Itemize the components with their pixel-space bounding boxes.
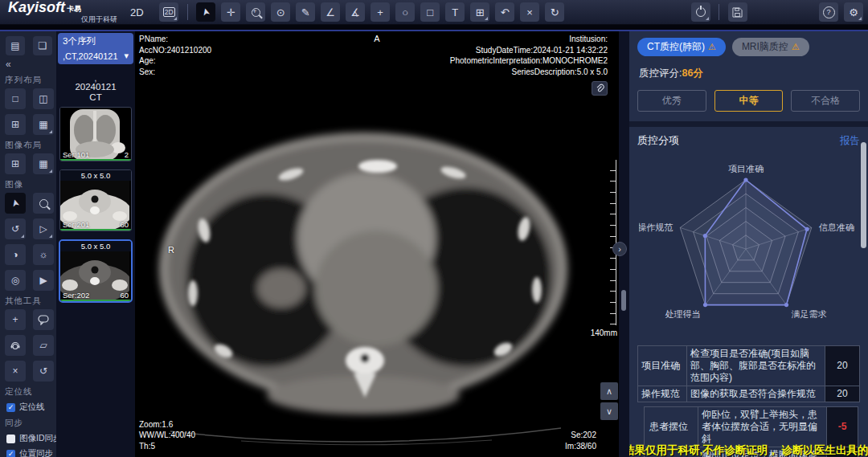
svg-text:满足需求: 满足需求 <box>792 309 827 319</box>
grid-layout-button[interactable]: ⊞ <box>470 2 489 22</box>
undo-icon: ↶ <box>501 6 510 18</box>
grade-excellent-button[interactable]: 优秀 <box>637 90 706 112</box>
scroll-up-button[interactable]: ∧ <box>600 382 618 400</box>
invert-button[interactable]: ◑ <box>5 244 26 265</box>
app-window: Kayisoft卡易 仅用于科研 2D 2D ➤ ✛ ⊙ ✎ ∠ ∡ + ○ □… <box>0 0 868 457</box>
qc-tabs: CT质控(肺部) ⚠ MRI脑质控 ⚠ <box>637 38 860 56</box>
section-title-image: 图像 <box>5 179 52 190</box>
checkbox[interactable] <box>6 435 15 443</box>
image-rotate-flip-button[interactable]: ↺ <box>5 218 26 239</box>
scroll-down-button[interactable]: ∨ <box>600 402 618 420</box>
grade-fail-button[interactable]: 不合格 <box>791 90 860 112</box>
play-icon: ▶ <box>39 275 47 286</box>
assistant-button[interactable] <box>5 335 26 356</box>
cine-play-button[interactable]: ▷ <box>33 218 54 239</box>
image-layout-3x3-button[interactable]: ▦ <box>33 153 54 174</box>
viewer-scrollbar-thumb[interactable] <box>621 290 626 311</box>
target-icon: ◎ <box>11 275 19 286</box>
table-row: 操作规范 图像的获取是否符合操作规范 20 <box>638 386 860 402</box>
image-layout-2x2-button[interactable]: ⊞ <box>5 153 26 174</box>
qc-score: 质控评分:86分 <box>639 67 860 80</box>
series-thumbnail-201[interactable]: 5.0 x 5.0 Ser:20160 <box>59 169 132 231</box>
probe-tool-button[interactable]: ⊙ <box>271 2 290 22</box>
cobb-angle-tool-button[interactable]: ∡ <box>346 2 365 22</box>
row-score: 20 <box>825 346 860 386</box>
tab-label: CT质控(肺部) <box>647 40 705 54</box>
tab-mri-brain-qc[interactable]: MRI脑质控 ⚠ <box>732 38 809 56</box>
attachment-button[interactable] <box>592 81 608 96</box>
qc-subsection-title: 质控分项 <box>637 133 679 148</box>
layout-3x3-icon: ▦ <box>39 119 47 130</box>
penalty-score: -5 <box>838 421 847 432</box>
image-cursor-button[interactable]: ➤ <box>5 193 26 214</box>
study-select[interactable]: ,CT,20240121 ▾ <box>63 51 129 61</box>
image-viewport[interactable]: PName: AccNO:2401210200 Age: Sex: Instit… <box>135 31 619 457</box>
angle-tool-button[interactable]: ∠ <box>321 2 340 22</box>
ellipse-tool-button[interactable]: ○ <box>395 2 415 22</box>
table-row: 患者摆位 仰卧位，双臂上举抱头，患者体位摆放合适，无明显偏斜 -5 <box>645 407 858 447</box>
checkbox[interactable]: ✓ <box>6 403 15 412</box>
layout-2d-button[interactable]: 2D <box>159 2 178 22</box>
series-thumbnail-panel: 3个序列 ,CT,20240121 ▾ , 20240121 CT <box>56 31 135 457</box>
undo-button[interactable]: ↶ <box>495 2 514 22</box>
annotation-comment-button[interactable] <box>33 309 54 330</box>
save-button[interactable] <box>728 2 747 22</box>
brightness-button[interactable]: ☼ <box>33 244 54 265</box>
point-tool-button[interactable]: + <box>371 2 390 22</box>
series-layout-2x2-button[interactable]: ⊞ <box>5 114 26 135</box>
ellipse-icon: ○ <box>402 6 408 18</box>
panel-expand-handle[interactable]: › <box>612 242 627 256</box>
text-tool-button[interactable]: T <box>445 2 465 22</box>
power-button[interactable] <box>691 2 710 22</box>
floppy-icon <box>732 7 743 18</box>
image-magnify-button[interactable] <box>33 193 54 214</box>
series-list-button[interactable]: ▤ <box>6 36 25 55</box>
tab-ct-lung-qc[interactable]: CT质控(肺部) ⚠ <box>637 38 726 56</box>
pan-tool-button[interactable]: ✛ <box>221 2 240 22</box>
length-tool-button[interactable]: ✎ <box>296 2 315 22</box>
report-link[interactable]: 报告 <box>840 134 860 148</box>
help-icon: ? <box>823 6 835 18</box>
svg-text:项目准确: 项目准确 <box>728 164 764 173</box>
thumbnail-progress-bar <box>60 159 131 161</box>
series-thumbnail-101[interactable]: Ser:1012 <box>59 107 132 161</box>
series-layout-3x3-button[interactable]: ▦ <box>33 114 54 135</box>
radar-chart: 项目准确信息准确满足需求处理得当操作规范 <box>639 151 860 344</box>
reset-button[interactable]: ↺ <box>33 361 54 382</box>
layout-2d-icon: 2D <box>163 7 175 17</box>
checkbox-row-position-sync[interactable]: ✓ 位置同步 <box>6 448 52 457</box>
brightness-icon: ☼ <box>39 249 48 260</box>
invert-icon: ◑ <box>12 249 18 260</box>
section-divider <box>629 121 868 127</box>
help-button[interactable]: ? <box>819 2 838 22</box>
series-layout-1x1-button[interactable]: □ <box>5 88 26 109</box>
play-button[interactable]: ▶ <box>33 270 54 291</box>
delete-annotation-button[interactable]: × <box>520 2 539 22</box>
grade-medium-button[interactable]: 中等 <box>714 90 784 112</box>
thumbnail-image-count: 60 <box>120 291 129 300</box>
panel-scrollbar-thumb[interactable] <box>861 142 866 248</box>
headset-icon <box>10 341 21 351</box>
grid-icon: ⊞ <box>476 6 485 18</box>
series-layout-1x2-button[interactable]: ◫ <box>33 88 54 109</box>
add-tool-button[interactable]: + <box>5 309 26 330</box>
study-date: 20240121 <box>56 82 135 92</box>
checkbox-row-image-id-sync[interactable]: 图像ID同步 <box>6 433 52 444</box>
compare-layout-button[interactable]: ❏ <box>33 36 52 55</box>
reset-view-button[interactable]: ↻ <box>545 2 564 22</box>
checkbox[interactable]: ✓ <box>6 450 15 457</box>
row-name: 项目准确 <box>638 346 687 386</box>
eraser-button[interactable]: ▱ <box>33 335 54 356</box>
rectangle-tool-button[interactable]: □ <box>420 2 440 22</box>
target-button[interactable]: ◎ <box>5 270 26 291</box>
series-thumbnail-202[interactable]: 5.0 x 5.0 Ser:20260 <box>59 239 133 303</box>
zoom-tool-button[interactable] <box>246 2 265 22</box>
clear-button[interactable]: × <box>5 361 26 382</box>
checkbox-row-localizer[interactable]: ✓ 定位线 <box>6 402 52 413</box>
cursor-tool-button[interactable]: ➤ <box>196 2 215 22</box>
magnifier-plus-icon <box>252 8 260 17</box>
institution-label: Institusion: <box>450 34 608 45</box>
crosshair-icon: + <box>377 6 383 18</box>
collapse-sidebar-button[interactable]: « <box>6 59 52 70</box>
settings-button[interactable]: ⚙ <box>844 2 863 22</box>
